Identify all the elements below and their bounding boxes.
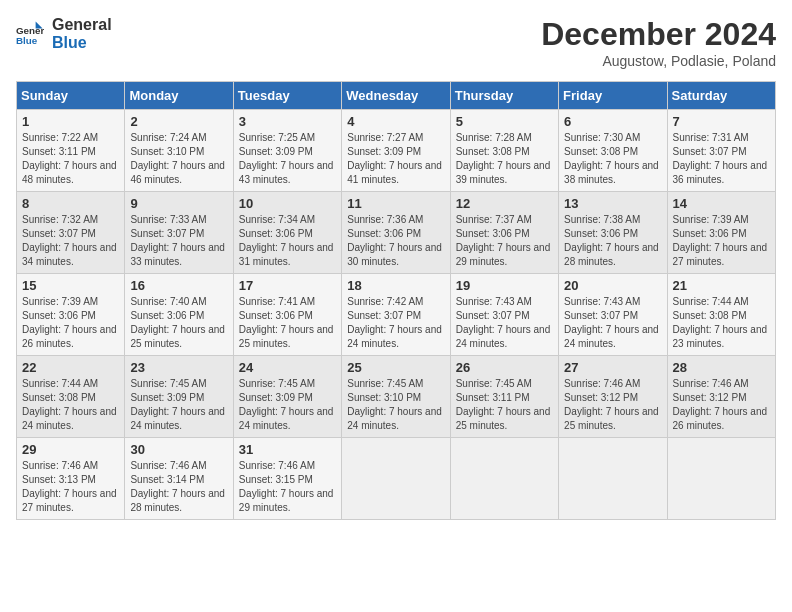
day-number: 27 [564,360,661,375]
day-info: Sunrise: 7:46 AMSunset: 3:12 PMDaylight:… [564,377,661,433]
day-info: Sunrise: 7:30 AMSunset: 3:08 PMDaylight:… [564,131,661,187]
day-info: Sunrise: 7:39 AMSunset: 3:06 PMDaylight:… [673,213,770,269]
page-header: General Blue General Blue December 2024 … [16,16,776,69]
day-cell-30: 30Sunrise: 7:46 AMSunset: 3:14 PMDayligh… [125,438,233,520]
day-number: 2 [130,114,227,129]
week-row-2: 8Sunrise: 7:32 AMSunset: 3:07 PMDaylight… [17,192,776,274]
day-cell-15: 15Sunrise: 7:39 AMSunset: 3:06 PMDayligh… [17,274,125,356]
logo-blue: Blue [52,34,112,52]
day-info: Sunrise: 7:45 AMSunset: 3:09 PMDaylight:… [239,377,336,433]
day-number: 10 [239,196,336,211]
day-number: 17 [239,278,336,293]
day-info: Sunrise: 7:31 AMSunset: 3:07 PMDaylight:… [673,131,770,187]
week-row-1: 1Sunrise: 7:22 AMSunset: 3:11 PMDaylight… [17,110,776,192]
day-cell-1: 1Sunrise: 7:22 AMSunset: 3:11 PMDaylight… [17,110,125,192]
day-info: Sunrise: 7:22 AMSunset: 3:11 PMDaylight:… [22,131,119,187]
day-cell-12: 12Sunrise: 7:37 AMSunset: 3:06 PMDayligh… [450,192,558,274]
day-number: 16 [130,278,227,293]
calendar-table: SundayMondayTuesdayWednesdayThursdayFrid… [16,81,776,520]
day-cell-11: 11Sunrise: 7:36 AMSunset: 3:06 PMDayligh… [342,192,450,274]
day-cell-19: 19Sunrise: 7:43 AMSunset: 3:07 PMDayligh… [450,274,558,356]
day-number: 22 [22,360,119,375]
day-info: Sunrise: 7:44 AMSunset: 3:08 PMDaylight:… [673,295,770,351]
day-number: 18 [347,278,444,293]
weekday-header-tuesday: Tuesday [233,82,341,110]
day-info: Sunrise: 7:34 AMSunset: 3:06 PMDaylight:… [239,213,336,269]
week-row-3: 15Sunrise: 7:39 AMSunset: 3:06 PMDayligh… [17,274,776,356]
day-cell-23: 23Sunrise: 7:45 AMSunset: 3:09 PMDayligh… [125,356,233,438]
day-number: 14 [673,196,770,211]
day-info: Sunrise: 7:39 AMSunset: 3:06 PMDaylight:… [22,295,119,351]
weekday-header-wednesday: Wednesday [342,82,450,110]
day-number: 7 [673,114,770,129]
day-info: Sunrise: 7:38 AMSunset: 3:06 PMDaylight:… [564,213,661,269]
day-cell-18: 18Sunrise: 7:42 AMSunset: 3:07 PMDayligh… [342,274,450,356]
weekday-header-sunday: Sunday [17,82,125,110]
day-cell-4: 4Sunrise: 7:27 AMSunset: 3:09 PMDaylight… [342,110,450,192]
calendar-title: December 2024 [541,16,776,53]
day-cell-31: 31Sunrise: 7:46 AMSunset: 3:15 PMDayligh… [233,438,341,520]
day-number: 5 [456,114,553,129]
day-cell-6: 6Sunrise: 7:30 AMSunset: 3:08 PMDaylight… [559,110,667,192]
day-info: Sunrise: 7:45 AMSunset: 3:10 PMDaylight:… [347,377,444,433]
day-cell-25: 25Sunrise: 7:45 AMSunset: 3:10 PMDayligh… [342,356,450,438]
day-number: 24 [239,360,336,375]
day-info: Sunrise: 7:46 AMSunset: 3:14 PMDaylight:… [130,459,227,515]
day-number: 21 [673,278,770,293]
weekday-header-monday: Monday [125,82,233,110]
day-info: Sunrise: 7:46 AMSunset: 3:15 PMDaylight:… [239,459,336,515]
day-cell-26: 26Sunrise: 7:45 AMSunset: 3:11 PMDayligh… [450,356,558,438]
logo-icon: General Blue [16,20,44,48]
day-info: Sunrise: 7:27 AMSunset: 3:09 PMDaylight:… [347,131,444,187]
day-info: Sunrise: 7:44 AMSunset: 3:08 PMDaylight:… [22,377,119,433]
day-info: Sunrise: 7:25 AMSunset: 3:09 PMDaylight:… [239,131,336,187]
empty-cell [450,438,558,520]
logo-general: General [52,16,112,34]
empty-cell [667,438,775,520]
day-cell-17: 17Sunrise: 7:41 AMSunset: 3:06 PMDayligh… [233,274,341,356]
day-cell-14: 14Sunrise: 7:39 AMSunset: 3:06 PMDayligh… [667,192,775,274]
day-info: Sunrise: 7:46 AMSunset: 3:12 PMDaylight:… [673,377,770,433]
day-cell-16: 16Sunrise: 7:40 AMSunset: 3:06 PMDayligh… [125,274,233,356]
day-number: 23 [130,360,227,375]
svg-text:Blue: Blue [16,35,38,46]
day-info: Sunrise: 7:46 AMSunset: 3:13 PMDaylight:… [22,459,119,515]
day-cell-5: 5Sunrise: 7:28 AMSunset: 3:08 PMDaylight… [450,110,558,192]
day-number: 20 [564,278,661,293]
day-number: 6 [564,114,661,129]
day-number: 29 [22,442,119,457]
day-cell-8: 8Sunrise: 7:32 AMSunset: 3:07 PMDaylight… [17,192,125,274]
day-info: Sunrise: 7:45 AMSunset: 3:11 PMDaylight:… [456,377,553,433]
week-row-5: 29Sunrise: 7:46 AMSunset: 3:13 PMDayligh… [17,438,776,520]
day-number: 12 [456,196,553,211]
empty-cell [559,438,667,520]
day-info: Sunrise: 7:33 AMSunset: 3:07 PMDaylight:… [130,213,227,269]
logo: General Blue General Blue [16,16,112,52]
day-number: 26 [456,360,553,375]
day-cell-21: 21Sunrise: 7:44 AMSunset: 3:08 PMDayligh… [667,274,775,356]
day-info: Sunrise: 7:28 AMSunset: 3:08 PMDaylight:… [456,131,553,187]
day-number: 30 [130,442,227,457]
day-info: Sunrise: 7:43 AMSunset: 3:07 PMDaylight:… [564,295,661,351]
day-number: 4 [347,114,444,129]
day-info: Sunrise: 7:36 AMSunset: 3:06 PMDaylight:… [347,213,444,269]
weekday-header-thursday: Thursday [450,82,558,110]
calendar-subtitle: Augustow, Podlasie, Poland [541,53,776,69]
day-cell-29: 29Sunrise: 7:46 AMSunset: 3:13 PMDayligh… [17,438,125,520]
day-cell-3: 3Sunrise: 7:25 AMSunset: 3:09 PMDaylight… [233,110,341,192]
day-number: 1 [22,114,119,129]
week-row-4: 22Sunrise: 7:44 AMSunset: 3:08 PMDayligh… [17,356,776,438]
day-cell-10: 10Sunrise: 7:34 AMSunset: 3:06 PMDayligh… [233,192,341,274]
day-cell-2: 2Sunrise: 7:24 AMSunset: 3:10 PMDaylight… [125,110,233,192]
day-number: 19 [456,278,553,293]
day-number: 11 [347,196,444,211]
day-info: Sunrise: 7:37 AMSunset: 3:06 PMDaylight:… [456,213,553,269]
day-cell-28: 28Sunrise: 7:46 AMSunset: 3:12 PMDayligh… [667,356,775,438]
day-cell-7: 7Sunrise: 7:31 AMSunset: 3:07 PMDaylight… [667,110,775,192]
day-info: Sunrise: 7:24 AMSunset: 3:10 PMDaylight:… [130,131,227,187]
day-cell-20: 20Sunrise: 7:43 AMSunset: 3:07 PMDayligh… [559,274,667,356]
day-number: 8 [22,196,119,211]
weekday-header-row: SundayMondayTuesdayWednesdayThursdayFrid… [17,82,776,110]
weekday-header-friday: Friday [559,82,667,110]
empty-cell [342,438,450,520]
